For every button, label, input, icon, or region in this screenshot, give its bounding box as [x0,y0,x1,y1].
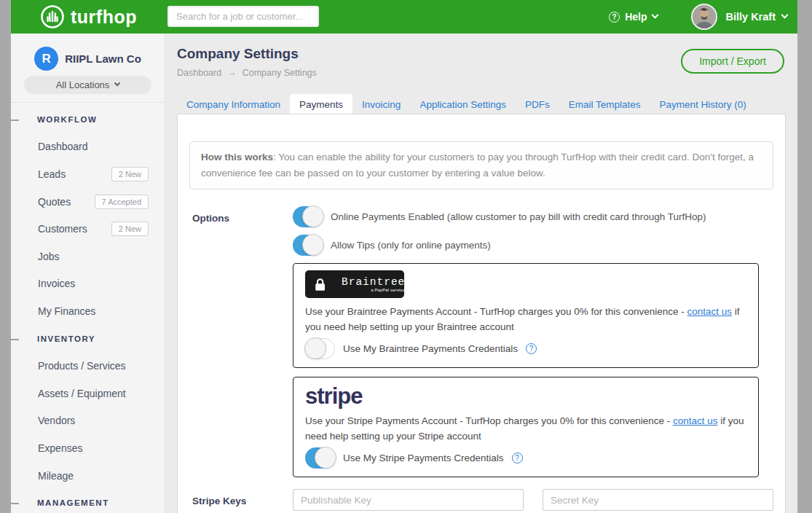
options-label: Options [178,206,293,477]
arrow-right-icon: → [227,68,237,78]
top-navbar: turfhop ? Help Billy Kraft [11,0,797,34]
online-payments-toggle-label: Online Payments Enabled (allow customer … [331,211,706,222]
section-title: WORKFLOW [37,115,97,124]
help-tooltip-icon[interactable]: ? [512,453,523,463]
tab-company-information[interactable]: Company Information [177,94,290,116]
stripe-desc-text: Use your Stripe Payments Account - TurfH… [305,415,673,426]
sidebar-item-label: Expenses [38,442,82,454]
braintree-description: Use your Braintree Payments Account - Tu… [305,304,746,334]
breadcrumb-current: Company Settings [243,68,317,78]
help-icon: ? [609,12,620,23]
stripe-logo: stripe [305,384,746,409]
sidebar: R RIIPL Lawn Co All Locations WORKFLOW D… [11,34,165,513]
braintree-contact-us-link[interactable]: contact us [687,306,733,317]
company-name: RIIPL Lawn Co [65,52,141,65]
dash-icon [11,503,19,504]
sidebar-divider [11,102,165,103]
payments-panel: How this works: You can enable the abili… [177,114,786,513]
stripe-keys-label: Stripe Keys [178,489,293,511]
import-export-button[interactable]: Import / Export [681,49,784,74]
sidebar-item-label: Leads [38,168,66,180]
tab-payments[interactable]: Payments [290,94,352,116]
toggle-knob [302,205,324,227]
logo-wordmark: turfhop [71,7,137,28]
sidebar-item-customers[interactable]: Customers 2 New [11,215,165,243]
sidebar-item-assets-equipment[interactable]: Assets / Equipment [11,380,165,407]
sidebar-item-label: My Finances [38,305,95,317]
options-row: Options Online Payments Enabled (allow c… [178,206,785,477]
stripe-keys-row: Stripe Keys [178,489,785,511]
dash-icon [11,120,19,121]
publishable-key-input[interactable] [293,489,524,511]
sidebar-item-mileage[interactable]: Mileage [11,462,165,490]
sidebar-item-invoices[interactable]: Invoices [11,270,165,298]
settings-tabs: Company Information Payments Invoicing A… [177,94,756,116]
turfhop-grass-icon [40,4,65,29]
sidebar-item-label: Mileage [38,470,74,482]
sidebar-item-label: Quotes [38,196,71,208]
stripe-contact-us-link[interactable]: contact us [673,415,718,426]
section-title: MANAGEMENT [37,498,109,507]
note-text: : You can enable the ability for your cu… [201,152,754,179]
sidebar-nav: WORKFLOW Dashboard Leads 2 New Quotes 7 … [11,106,165,513]
help-tooltip-icon[interactable]: ? [526,343,537,354]
tab-application-settings[interactable]: Application Settings [410,94,516,116]
section-title: INVENTORY [37,334,95,343]
secret-key-input[interactable] [543,489,773,511]
braintree-credentials-toggle[interactable] [305,338,335,359]
sidebar-item-products-services[interactable]: Products / Services [11,352,165,380]
status-badge: 2 New [111,167,149,181]
sidebar-item-jobs[interactable]: Jobs [11,243,165,270]
sidebar-item-my-finances[interactable]: My Finances [11,297,165,325]
note-title: How this works [201,152,273,162]
sidebar-item-quotes[interactable]: Quotes 7 Accepted [11,188,165,216]
user-menu[interactable]: Billy Kraft [726,11,788,23]
sidebar-item-label: Products / Services [38,360,126,372]
stripe-card: stripe Use your Stripe Payments Account … [293,377,759,477]
toggle-knob [302,234,324,256]
chevron-down-icon [114,79,120,85]
sidebar-item-label: Invoices [38,278,75,289]
tab-invoicing[interactable]: Invoicing [352,94,410,116]
user-name: Billy Kraft [726,11,776,23]
sidebar-item-vendors[interactable]: Vendors [11,407,165,435]
allow-tips-toggle-label: Allow Tips (only for online payments) [331,240,491,251]
braintree-card: Braintree a PayPal service Use your Brai… [293,263,759,368]
breadcrumb-dashboard[interactable]: Dashboard [177,68,221,78]
help-label: Help [625,11,647,23]
help-menu[interactable]: ? Help [609,11,657,23]
locations-label: All Locations [56,79,110,90]
tab-pdfs[interactable]: PDFs [516,94,559,116]
how-this-works-note: How this works: You can enable the abili… [189,141,773,189]
sidebar-section-workflow: WORKFLOW [11,106,165,133]
tab-payment-history[interactable]: Payment History (0) [650,94,756,116]
breadcrumb: Dashboard → Company Settings [177,68,317,78]
online-payments-toggle[interactable] [293,206,323,227]
stripe-credentials-label: Use My Stripe Payments Credentials [343,453,504,463]
user-avatar[interactable] [691,4,717,30]
stripe-credentials-toggle[interactable] [305,447,335,469]
company-switcher[interactable]: R RIIPL Lawn Co [11,47,165,71]
tab-email-templates[interactable]: Email Templates [559,94,650,116]
sidebar-section-inventory: INVENTORY [11,325,165,353]
sidebar-item-expenses[interactable]: Expenses [11,434,165,462]
sidebar-item-leads[interactable]: Leads 2 New [11,160,165,188]
sidebar-item-dashboard[interactable]: Dashboard [11,133,165,161]
toggle-knob [315,447,336,469]
window-gutter-right [797,0,812,513]
allow-tips-toggle[interactable] [293,235,323,256]
status-badge: 2 New [111,222,149,236]
sidebar-item-label: Vendors [38,415,75,426]
toggle-knob [304,337,326,359]
braintree-desc-text: Use your Braintree Payments Account - Tu… [305,306,687,317]
sidebar-item-label: Assets / Equipment [38,388,126,399]
turfhop-logo[interactable]: turfhop [40,0,137,34]
app-window: turfhop ? Help Billy Kraft [0,0,812,513]
sidebar-item-label: Jobs [38,251,60,262]
global-search-input[interactable] [167,6,319,27]
stripe-description: Use your Stripe Payments Account - TurfH… [305,413,746,444]
dash-icon [11,339,19,340]
all-locations-dropdown[interactable]: All Locations [24,76,151,94]
sidebar-section-management: MANAGEMENT [11,489,165,513]
page-title: Company Settings [177,46,299,62]
